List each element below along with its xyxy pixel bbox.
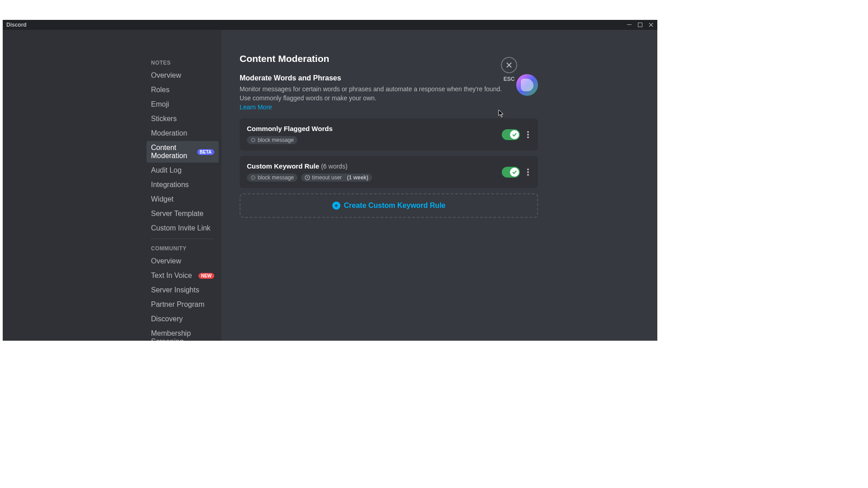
sidebar-item-label: Partner Program [151, 300, 204, 309]
content-area: NOTES Overview Roles Emoji Stickers Mode… [3, 30, 657, 341]
sidebar-item-label: Moderation [151, 129, 187, 137]
section-description: Monitor messages for certain words or ph… [240, 85, 507, 103]
sidebar-item-label: Content Moderation [151, 144, 197, 160]
automod-avatar [516, 74, 538, 96]
sidebar-item-label: Emoji [151, 100, 169, 108]
page-title: Content Moderation [240, 53, 538, 64]
sidebar-item-emoji[interactable]: Emoji [146, 98, 219, 111]
rule-title-meta: (6 words) [321, 163, 347, 170]
rule-card-commonly-flagged[interactable]: Commonly Flagged Words block message [240, 118, 538, 150]
sidebar-item-discovery[interactable]: Discovery [146, 312, 219, 326]
toggle-thumb [510, 168, 519, 177]
sidebar-item-membership-screening[interactable]: Membership Screening [146, 327, 219, 341]
app-window: Discord NOTES Overview Roles Emoji Stick… [3, 20, 657, 341]
block-icon [250, 137, 256, 143]
sidebar-item-label: Server Template [151, 210, 203, 218]
sidebar-item-server-insights[interactable]: Server Insights [146, 283, 219, 297]
sidebar-item-label: Audit Log [151, 166, 182, 174]
close-window-button[interactable] [648, 22, 654, 28]
sidebar-item-label: Server Insights [151, 286, 199, 294]
window-controls [627, 22, 654, 28]
settings-sidebar: NOTES Overview Roles Emoji Stickers Mode… [3, 30, 222, 341]
rule-tags: block message [247, 136, 502, 144]
sidebar-item-stickers[interactable]: Stickers [146, 112, 219, 126]
sidebar-item-label: Text In Voice [151, 272, 192, 280]
sidebar-section-notes: NOTES [146, 57, 219, 69]
rule-tag-block-message: block message [247, 174, 297, 182]
minimize-button[interactable] [627, 22, 632, 28]
rule-toggle[interactable] [502, 167, 520, 178]
rule-title-text: Custom Keyword Rule [247, 162, 319, 170]
section-subtitle: Moderate Words and Phrases [240, 74, 507, 82]
sidebar-item-community-overview[interactable]: Overview [146, 254, 219, 268]
rule-more-menu[interactable] [525, 129, 531, 140]
sidebar-item-label: Discovery [151, 315, 183, 323]
create-custom-keyword-rule-button[interactable]: + Create Custom Keyword Rule [240, 193, 538, 218]
toggle-thumb [510, 130, 519, 139]
rule-title: Custom Keyword Rule (6 words) [247, 162, 502, 170]
sidebar-item-overview[interactable]: Overview [146, 69, 219, 82]
learn-more-link[interactable]: Learn More [240, 103, 272, 111]
rule-title: Commonly Flagged Words [247, 125, 502, 132]
rule-tag-duration: (1 week) [347, 174, 368, 181]
close-settings-button[interactable]: ESC [501, 57, 517, 82]
sidebar-item-text-in-voice[interactable]: Text In Voice NEW [146, 269, 219, 282]
app-title: Discord [6, 22, 27, 28]
sidebar-item-label: Integrations [151, 181, 189, 189]
sidebar-item-roles[interactable]: Roles [146, 83, 219, 97]
titlebar: Discord [3, 20, 657, 30]
rule-tag-label: timeout user [312, 174, 342, 181]
rule-tag-label: block message [258, 137, 294, 143]
clock-icon [305, 175, 310, 180]
plus-icon: + [332, 202, 340, 210]
sidebar-item-label: Custom Invite Link [151, 224, 211, 232]
sidebar-item-label: Stickers [151, 115, 177, 123]
sidebar-item-label: Roles [151, 86, 170, 94]
close-icon [501, 57, 517, 73]
sidebar-divider [151, 239, 214, 239]
create-rule-label: Create Custom Keyword Rule [344, 202, 446, 210]
sidebar-item-content-moderation[interactable]: Content Moderation BETA [146, 141, 219, 163]
block-icon [250, 175, 256, 180]
sidebar-item-custom-invite-link[interactable]: Custom Invite Link [146, 221, 219, 235]
rule-tag-block-message: block message [247, 136, 297, 144]
sidebar-item-moderation[interactable]: Moderation [146, 127, 219, 140]
sidebar-item-label: Overview [151, 257, 181, 265]
rule-tag-timeout-user: timeout user (1 week) [301, 174, 372, 182]
rule-more-menu[interactable] [525, 167, 531, 178]
sidebar-item-label: Widget [151, 195, 174, 203]
maximize-button[interactable] [637, 22, 643, 28]
section-header: Moderate Words and Phrases Monitor messa… [240, 74, 538, 111]
svg-rect-0 [627, 24, 632, 25]
sidebar-item-audit-log[interactable]: Audit Log [146, 164, 219, 177]
rule-tag-label: block message [258, 174, 294, 181]
new-badge: NEW [198, 273, 214, 279]
sidebar-item-server-template[interactable]: Server Template [146, 207, 219, 221]
sidebar-section-community: COMMUNITY [146, 243, 219, 254]
sidebar-item-partner-program[interactable]: Partner Program [146, 298, 219, 311]
sidebar-item-integrations[interactable]: Integrations [146, 178, 219, 192]
rule-title-text: Commonly Flagged Words [247, 125, 333, 132]
beta-badge: BETA [197, 149, 214, 155]
rule-tags: block message timeout user (1 week) [247, 174, 502, 182]
rule-toggle[interactable] [502, 129, 520, 140]
sidebar-item-label: Overview [151, 71, 181, 80]
main-content: ESC Content Moderation Moderate Words an… [222, 30, 657, 341]
svg-rect-1 [638, 23, 642, 27]
rule-card-custom-keyword[interactable]: Custom Keyword Rule (6 words) block mess… [240, 156, 538, 188]
sidebar-item-widget[interactable]: Widget [146, 192, 219, 206]
sidebar-item-label: Membership Screening [151, 329, 214, 341]
close-label: ESC [504, 76, 515, 82]
